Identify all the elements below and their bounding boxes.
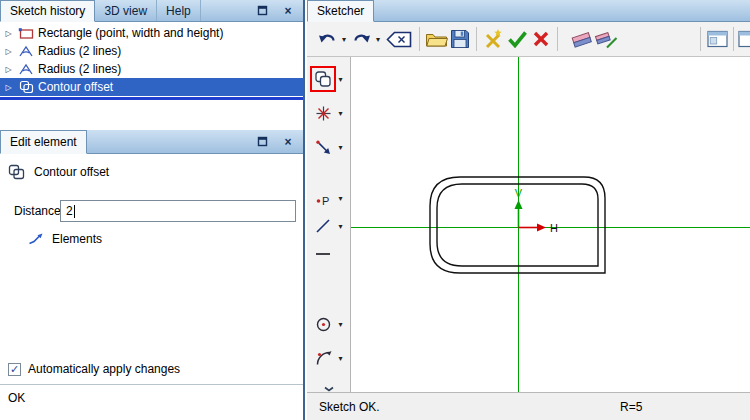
circle-tool-button[interactable] <box>311 312 335 336</box>
edit-status-text: OK <box>8 391 25 405</box>
h-axis-label: H <box>550 222 558 234</box>
expand-arrow-icon[interactable]: ▷ <box>3 47 14 56</box>
tab-3d-view[interactable]: 3D view <box>95 0 157 21</box>
toolbar-separator <box>557 27 558 51</box>
insert-position-line <box>0 97 303 100</box>
arc-tool-button[interactable] <box>311 346 335 370</box>
redo-icon <box>352 31 371 47</box>
history-item-label: Contour offset <box>38 80 113 94</box>
edit-element-content: Contour offset Distance: 2 Elements ✓ Au… <box>0 154 303 420</box>
erase-element-button[interactable] <box>570 26 594 52</box>
expand-arrow-icon[interactable]: ▷ <box>3 29 14 38</box>
distance-value: 2 <box>66 204 73 218</box>
toolbar-separator <box>476 27 477 51</box>
distance-input[interactable]: 2 <box>60 200 296 222</box>
close-panel-icon[interactable]: × <box>281 135 295 149</box>
save-floppy-icon <box>450 29 470 49</box>
tab-edit-element[interactable]: Edit element <box>0 130 87 154</box>
float-panel-icon[interactable] <box>255 135 269 149</box>
circle-dropdown-caret[interactable]: ▾ <box>335 320 346 329</box>
backspace-icon <box>386 31 412 48</box>
history-item-radius-1[interactable]: ▷ Radius (2 lines) <box>0 42 303 60</box>
sketch-history-panel: Sketch history 3D view Help × ▷ Rectangl… <box>0 0 303 130</box>
history-item-contour-offset[interactable]: ▷ Contour offset <box>0 78 303 96</box>
history-item-label: Radius (2 lines) <box>38 62 121 76</box>
edit-panel-divider <box>0 384 303 385</box>
redo-button[interactable] <box>349 26 373 52</box>
panel-window-icon <box>738 30 750 48</box>
history-item-radius-2[interactable]: ▷ Radius (2 lines) <box>0 60 303 78</box>
erase-redraw-button[interactable] <box>594 26 618 52</box>
sketcher-tabbar: Sketcher <box>307 0 750 22</box>
open-folder-icon <box>425 30 448 48</box>
toolbar-separator <box>419 27 420 51</box>
edit-element-panel: Edit element × Contour offset Distance: <box>0 130 303 420</box>
checkmark-icon: ✓ <box>10 364 19 375</box>
undo-dropdown-caret[interactable]: ▾ <box>339 35 349 44</box>
auto-apply-row[interactable]: ✓ Automatically apply changes <box>8 362 180 376</box>
float-panel-icon[interactable] <box>255 4 269 18</box>
elements-label: Elements <box>52 232 102 246</box>
history-panel-tabbar: Sketch history 3D view Help × <box>0 0 303 22</box>
sketch-canvas-area[interactable]: V H <box>351 57 750 392</box>
auto-apply-checkbox[interactable]: ✓ <box>8 363 21 376</box>
red-cross-icon <box>532 30 550 48</box>
contour-offset-tool-button[interactable] <box>311 67 335 91</box>
redo-dropdown-caret[interactable]: ▾ <box>373 35 383 44</box>
operation-title-row: Contour offset <box>8 164 109 180</box>
cancel-button[interactable] <box>529 26 553 52</box>
point-constraint-tool-button[interactable] <box>311 101 335 125</box>
arc-dropdown-caret[interactable]: ▾ <box>335 354 346 363</box>
status-message: Sketch OK. <box>319 400 380 414</box>
history-list: ▷ Rectangle (point, width and height) ▷ … <box>0 22 303 130</box>
undo-icon <box>318 31 337 47</box>
line-dropdown-caret[interactable]: ▾ <box>335 222 346 231</box>
delete-button[interactable] <box>383 26 415 52</box>
horizontal-line-tool-button[interactable] <box>311 242 335 266</box>
tab-sketch-history[interactable]: Sketch history <box>0 0 95 22</box>
panel-window-icon <box>707 30 728 48</box>
sketcher-workarea: ▾ ▾ ▾ P ▾ <box>307 57 750 392</box>
sketcher-column: Sketcher ▾ ▾ <box>307 0 750 420</box>
sketch-canvas-svg[interactable]: V H <box>351 57 750 392</box>
eraser-icon <box>570 30 594 49</box>
expand-arrow-icon[interactable]: ▷ <box>3 65 14 74</box>
sketch-tools-toolbar: ▾ ▾ ▾ P ▾ <box>307 57 351 392</box>
green-check-icon <box>507 30 528 48</box>
status-radius-value: R=5 <box>620 400 642 414</box>
line-tool-button[interactable] <box>311 214 335 238</box>
distance-label: Distance: <box>14 204 64 218</box>
auto-apply-label: Automatically apply changes <box>28 362 180 376</box>
toolbar-separator <box>700 27 701 51</box>
save-sketch-button[interactable] <box>448 26 472 52</box>
clipped-toolbar-button[interactable] <box>738 26 750 52</box>
point-tool-button[interactable]: P <box>311 186 335 210</box>
open-sketch-button[interactable] <box>424 26 448 52</box>
history-item-rectangle[interactable]: ▷ Rectangle (point, width and height) <box>0 24 303 42</box>
elements-row[interactable]: Elements <box>28 232 102 246</box>
rectangle-feature-icon <box>17 27 35 40</box>
horizontal-line-dropdown-caret[interactable] <box>335 250 346 259</box>
sketcher-statusbar: Sketch OK. R=5 <box>307 392 750 420</box>
undo-button[interactable] <box>315 26 339 52</box>
edit-window-buttons: × <box>255 130 295 153</box>
tab-help[interactable]: Help <box>157 0 201 21</box>
point-constraint-dropdown-caret[interactable]: ▾ <box>335 109 346 118</box>
contour-offset-dropdown-caret[interactable]: ▾ <box>335 75 346 84</box>
v-axis-label: V <box>515 187 523 199</box>
history-item-label: Radius (2 lines) <box>38 44 121 58</box>
select-arrow-dropdown-caret[interactable]: ▾ <box>335 143 346 152</box>
history-window-buttons: × <box>255 0 295 21</box>
tab-sketcher[interactable]: Sketcher <box>307 0 374 22</box>
point-dropdown-caret[interactable]: ▾ <box>335 194 346 203</box>
expand-arrow-icon[interactable]: ▷ <box>3 83 14 92</box>
svg-text:P: P <box>322 194 329 206</box>
v-axis-arrowhead <box>515 200 523 209</box>
select-arrow-tool-button[interactable] <box>311 135 335 159</box>
apply-button[interactable] <box>505 26 529 52</box>
panel-layout-button[interactable] <box>705 26 729 52</box>
toolbar-separator <box>733 27 734 51</box>
contour-offset-feature-icon <box>17 80 35 94</box>
discard-changes-button[interactable] <box>481 26 505 52</box>
close-panel-icon[interactable]: × <box>281 4 295 18</box>
